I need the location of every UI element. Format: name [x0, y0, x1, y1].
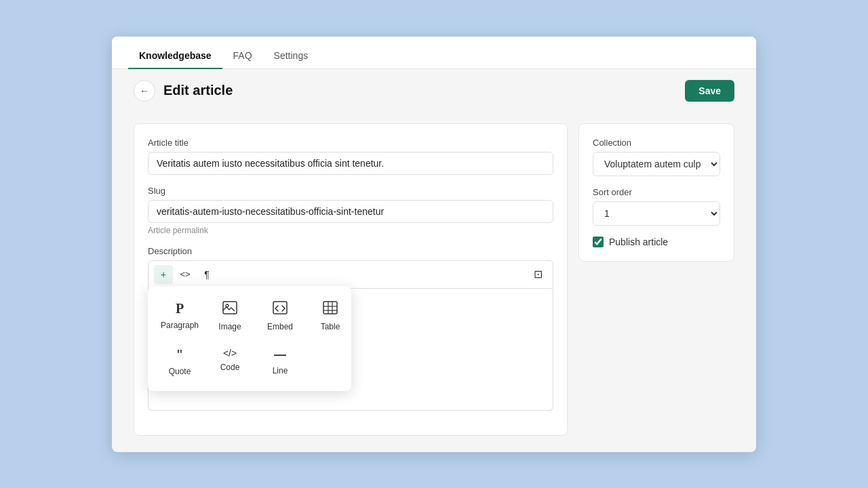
tab-settings[interactable]: Settings — [263, 42, 319, 69]
slug-group: Slug Article permalink — [148, 186, 553, 235]
app-window: Knowledgebase FAQ Settings ← Edit articl… — [112, 37, 756, 452]
page-header-left: ← Edit article — [134, 80, 233, 102]
article-title-input[interactable] — [148, 152, 553, 175]
nav-bar: Knowledgebase FAQ Settings — [112, 37, 756, 69]
image-block-icon — [222, 301, 237, 318]
table-block-icon — [323, 301, 338, 318]
code-block-icon: </> — [223, 348, 237, 359]
popup-item-quote-label: Quote — [169, 367, 191, 376]
publish-checkbox[interactable] — [593, 237, 604, 247]
svg-point-1 — [226, 304, 229, 307]
popup-item-table-label: Table — [321, 322, 340, 331]
popup-item-embed-label: Embed — [267, 322, 293, 331]
embed-block-icon — [273, 301, 288, 318]
popup-item-image[interactable]: Image — [206, 294, 254, 338]
svg-rect-0 — [223, 302, 237, 314]
popup-item-paragraph[interactable]: P Paragraph — [156, 294, 203, 338]
popup-item-line-label: Line — [273, 366, 288, 375]
article-title-label: Article title — [148, 138, 553, 148]
slug-input[interactable] — [148, 200, 553, 223]
block-type-popup: P Paragraph Image — [148, 286, 351, 391]
collection-group: Collection Voluptatem autem culpa volupt… — [593, 138, 720, 176]
publish-label[interactable]: Publish article — [609, 237, 668, 247]
sort-order-select[interactable]: 1 — [593, 201, 720, 226]
page-title: Edit article — [163, 83, 233, 98]
popup-item-paragraph-label: Paragraph — [161, 321, 199, 330]
form-panel: Article title Slug Article permalink Des… — [134, 123, 568, 436]
main-content: Article title Slug Article permalink Des… — [112, 107, 756, 452]
fullscreen-icon: ⊡ — [534, 268, 542, 281]
tab-knowledgebase[interactable]: Knowledgebase — [128, 42, 222, 69]
popup-item-line[interactable]: — Line — [256, 341, 304, 383]
svg-rect-3 — [323, 302, 337, 314]
line-block-icon: — — [274, 348, 286, 362]
publish-row: Publish article — [593, 237, 720, 247]
popup-item-quote[interactable]: " Quote — [156, 341, 203, 383]
article-title-group: Article title — [148, 138, 553, 175]
collection-select[interactable]: Voluptatem autem culpa voluptas... — [593, 152, 720, 176]
tab-faq[interactable]: FAQ — [222, 42, 263, 69]
description-group: Description + <> ¶ ⊡ — [148, 246, 553, 411]
side-panel: Collection Voluptatem autem culpa volupt… — [578, 123, 734, 262]
plus-button[interactable]: + — [154, 265, 173, 284]
popup-item-image-label: Image — [218, 322, 241, 331]
popup-item-code[interactable]: </> Code — [206, 341, 254, 383]
back-button[interactable]: ← — [134, 80, 155, 102]
paragraph-icon: ¶ — [204, 269, 210, 280]
save-button[interactable]: Save — [685, 80, 734, 102]
sort-order-group: Sort order 1 — [593, 187, 720, 226]
code-view-button[interactable]: <> — [176, 265, 195, 284]
editor-toolbar: + <> ¶ ⊡ — [148, 260, 553, 289]
page-header: ← Edit article Save — [112, 69, 756, 107]
popup-item-table[interactable]: Table — [307, 294, 354, 338]
collection-label: Collection — [593, 138, 720, 148]
fullscreen-button[interactable]: ⊡ — [528, 265, 547, 284]
plus-icon: + — [161, 269, 166, 280]
paragraph-button[interactable]: ¶ — [197, 265, 216, 284]
description-label: Description — [148, 246, 553, 256]
sort-order-label: Sort order — [593, 187, 720, 197]
paragraph-block-icon: P — [176, 301, 184, 317]
quote-block-icon: " — [177, 348, 182, 363]
popup-item-code-label: Code — [220, 363, 240, 372]
code-view-icon: <> — [180, 269, 190, 279]
popup-item-embed[interactable]: Embed — [256, 294, 304, 338]
slug-label: Slug — [148, 186, 553, 196]
slug-hint: Article permalink — [148, 226, 553, 235]
